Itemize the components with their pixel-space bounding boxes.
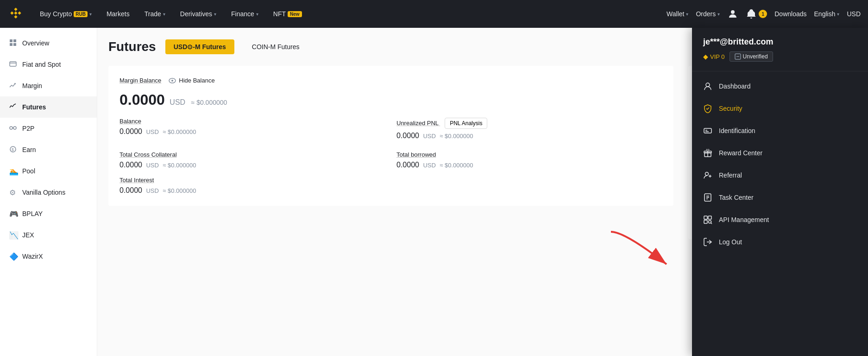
balance-value: 0.0000 USD ≈ $0.000000 bbox=[120, 127, 385, 136]
menu-item-api[interactable]: API Management bbox=[692, 209, 868, 231]
margin-icon bbox=[9, 82, 18, 90]
balance-display: 0.0000 USD ≈ $0.000000 bbox=[120, 91, 662, 108]
nav-markets[interactable]: Markets bbox=[104, 8, 132, 19]
nav-notifications[interactable]: 1 bbox=[746, 8, 767, 19]
gift-icon bbox=[703, 148, 712, 158]
interest-section: Total Interest 0.0000 USD ≈ $0.000000 bbox=[120, 177, 662, 195]
svg-point-13 bbox=[10, 127, 13, 129]
unverified-badge[interactable]: Unverified bbox=[730, 51, 773, 62]
margin-balance-label[interactable]: Margin Balance bbox=[120, 77, 161, 84]
svg-point-19 bbox=[171, 80, 173, 82]
svg-point-6 bbox=[731, 10, 735, 14]
hide-balance-button[interactable]: Hide Balance bbox=[169, 77, 214, 84]
menu-item-reward[interactable]: Reward Center bbox=[692, 142, 868, 164]
svg-point-38 bbox=[709, 221, 711, 223]
dropdown-menu: Dashboard Security Identification bbox=[692, 71, 868, 257]
balance-grid: Balance 0.0000 USD ≈ $0.000000 Unrealize… bbox=[120, 118, 662, 169]
svg-rect-9 bbox=[10, 43, 13, 46]
svg-rect-7 bbox=[10, 39, 13, 42]
shield-icon bbox=[703, 104, 712, 113]
pnl-analysis-button[interactable]: PNL Analysis bbox=[445, 118, 487, 129]
nav-orders[interactable]: Orders ▾ bbox=[696, 10, 720, 18]
fiat-icon bbox=[9, 60, 18, 69]
menu-item-security[interactable]: Security bbox=[692, 97, 868, 120]
logo[interactable] bbox=[7, 6, 24, 22]
svg-rect-35 bbox=[704, 216, 707, 219]
menu-item-task[interactable]: Task Center bbox=[692, 186, 868, 209]
sidebar-item-bplay[interactable]: 🎮 BPLAY bbox=[0, 203, 97, 224]
total-interest-value: 0.0000 USD ≈ $0.000000 bbox=[120, 186, 662, 195]
sidebar-item-jex[interactable]: 📉 JEX bbox=[0, 224, 97, 246]
nav-currency[interactable]: USD bbox=[847, 10, 861, 18]
balance-cell-borrowed: Total borrowed 0.0000 USD ≈ $0.000000 bbox=[396, 151, 662, 169]
balance-cell-pnl: Unrealized PNL PNL Analysis 0.0000 USD ≈… bbox=[396, 118, 662, 140]
earn-icon: $ bbox=[9, 146, 18, 154]
bplay-icon: 🎮 bbox=[9, 210, 18, 218]
svg-rect-11 bbox=[10, 62, 16, 66]
svg-rect-8 bbox=[13, 39, 16, 42]
sidebar-item-overview[interactable]: Overview bbox=[0, 32, 97, 54]
dropdown-header: je***@britted.com ◆ VIP 0 Unverified bbox=[692, 28, 868, 71]
user-email: je***@britted.com bbox=[703, 37, 857, 47]
menu-item-referral[interactable]: Referral bbox=[692, 164, 868, 186]
tab-coinm[interactable]: COIN-M Futures bbox=[244, 39, 308, 54]
futures-icon bbox=[9, 103, 18, 111]
nav-downloads[interactable]: Downloads bbox=[774, 10, 806, 18]
sidebar-item-pool[interactable]: 🏊 Pool bbox=[0, 160, 97, 182]
svg-rect-23 bbox=[704, 128, 711, 133]
svg-point-14 bbox=[13, 127, 16, 129]
balance-cell-cross: Total Cross Collateral 0.0000 USD ≈ $0.0… bbox=[120, 151, 385, 169]
vanilla-icon: ⚙ bbox=[9, 188, 18, 197]
vip-row: ◆ VIP 0 Unverified bbox=[703, 51, 857, 62]
nav-profile[interactable] bbox=[727, 8, 738, 19]
sidebar: Overview Fiat and Spot Margin Futures P2… bbox=[0, 28, 97, 356]
svg-text:$: $ bbox=[12, 147, 14, 152]
sidebar-item-wazirx[interactable]: 🔷 WazirX bbox=[0, 246, 97, 267]
total-cross-label: Total Cross Collateral bbox=[120, 151, 385, 158]
total-borrowed-label: Total borrowed bbox=[396, 151, 662, 158]
balance-header: Margin Balance Hide Balance bbox=[120, 77, 662, 84]
balance-usd-equiv: ≈ $0.000000 bbox=[191, 99, 227, 106]
task-icon bbox=[703, 193, 712, 202]
sidebar-item-fiat-spot[interactable]: Fiat and Spot bbox=[0, 54, 97, 75]
nav-wallet[interactable]: Wallet ▾ bbox=[667, 10, 688, 18]
left-content: Margin Balance Hide Balance 0.0000 USD ≈… bbox=[108, 66, 673, 239]
nav-nft[interactable]: NFT New bbox=[270, 8, 305, 19]
jex-icon: 📉 bbox=[9, 231, 18, 239]
vip-badge: ◆ VIP 0 bbox=[703, 53, 725, 60]
total-interest-label: Total Interest bbox=[120, 177, 662, 184]
overview-icon bbox=[9, 39, 18, 47]
balance-section: Margin Balance Hide Balance 0.0000 USD ≈… bbox=[108, 66, 673, 206]
nav-derivatives[interactable]: Derivatives ▾ bbox=[177, 8, 219, 19]
page-title: Futures bbox=[108, 39, 156, 54]
sidebar-item-margin[interactable]: Margin bbox=[0, 75, 97, 96]
nav-finance[interactable]: Finance ▾ bbox=[228, 8, 261, 19]
person-add-icon bbox=[703, 171, 712, 180]
nav-right: Wallet ▾ Orders ▾ 1 Downloads English ▾ … bbox=[667, 8, 861, 19]
sidebar-item-futures[interactable]: Futures bbox=[0, 96, 97, 118]
svg-line-39 bbox=[711, 223, 712, 224]
menu-item-identification[interactable]: Identification bbox=[692, 120, 868, 142]
svg-rect-10 bbox=[13, 43, 16, 46]
sidebar-item-earn[interactable]: $ Earn bbox=[0, 139, 97, 160]
svg-rect-36 bbox=[708, 216, 711, 219]
person-icon bbox=[703, 82, 712, 91]
tab-usdm[interactable]: USD⊙-M Futures bbox=[165, 39, 234, 54]
menu-item-dashboard[interactable]: Dashboard bbox=[692, 75, 868, 97]
svg-point-28 bbox=[705, 172, 709, 176]
api-icon bbox=[703, 215, 712, 224]
card-icon bbox=[703, 126, 712, 135]
user-dropdown: je***@britted.com ◆ VIP 0 Unverified Das… bbox=[692, 28, 868, 356]
balance-amount: 0.0000 bbox=[120, 91, 165, 108]
main-layout: Overview Fiat and Spot Margin Futures P2… bbox=[0, 28, 868, 356]
pnl-value: 0.0000 USD ≈ $0.000000 bbox=[396, 132, 662, 140]
nav-buy-crypto[interactable]: Buy Crypto RUB ▾ bbox=[37, 8, 94, 19]
total-cross-value: 0.0000 USD ≈ $0.000000 bbox=[120, 161, 385, 169]
menu-item-logout[interactable]: Log Out bbox=[692, 231, 868, 253]
nav-language[interactable]: English ▾ bbox=[814, 10, 840, 18]
sidebar-item-vanilla[interactable]: ⚙ Vanilla Options bbox=[0, 182, 97, 203]
pool-icon: 🏊 bbox=[9, 167, 18, 175]
svg-point-22 bbox=[706, 83, 710, 87]
sidebar-item-p2p[interactable]: P2P bbox=[0, 118, 97, 139]
nav-trade[interactable]: Trade ▾ bbox=[142, 8, 168, 19]
